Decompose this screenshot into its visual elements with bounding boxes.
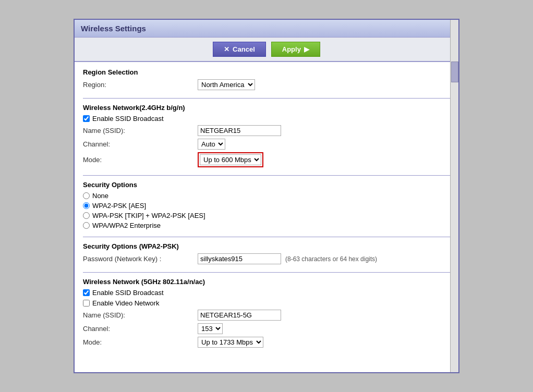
wireless-24-title: Wireless Network(2.4GHz b/g/n) [83,104,450,112]
mode-24-select[interactable]: Up to 600 Mbps [200,154,261,165]
security-none-row: None [83,192,450,200]
channel-24-label: Channel: [83,140,198,148]
password-label: Password (Network Key) : [83,255,198,263]
window-title: Wireless Settings [81,24,146,33]
scrollbar[interactable] [450,20,458,372]
apply-icon: ▶ [304,45,309,53]
enable-video-checkbox[interactable] [83,300,90,307]
name-ssid-24-input[interactable] [198,125,281,136]
enable-ssid-24-row: Enable SSID Broadcast [83,115,450,123]
region-label: Region: [83,81,198,89]
security-section-title: Security Options [83,181,450,189]
apply-label: Apply [282,45,301,53]
name-ssid-5g-row: Name (SSID): [83,310,450,321]
channel-5g-select[interactable]: 153 [198,323,223,334]
main-window: Wireless Settings ✕ Cancel Apply ▶ Regio… [74,19,459,373]
enable-ssid-5g-checkbox[interactable] [83,289,90,296]
security-enterprise-label: WPA/WPA2 Enterprise [92,222,161,229]
name-ssid-5g-input[interactable] [198,310,281,321]
name-ssid-24-row: Name (SSID): [83,125,450,136]
enable-ssid-5g-label: Enable SSID Broadcast [92,289,164,297]
title-bar: Wireless Settings [75,20,458,38]
cancel-label: Cancel [233,45,255,53]
enable-ssid-5g-row: Enable SSID Broadcast [83,289,450,297]
scrollbar-thumb[interactable] [451,62,458,82]
security-wpa2-section: Security Options (WPA2-PSK) Password (Ne… [83,242,450,273]
cancel-button[interactable]: ✕ Cancel [213,42,266,57]
channel-24-select[interactable]: Auto [198,139,225,150]
name-ssid-24-label: Name (SSID): [83,127,198,134]
enable-ssid-24-checkbox[interactable] [83,115,90,122]
wireless-24-section: Wireless Network(2.4GHz b/g/n) Enable SS… [83,104,450,176]
password-input[interactable] [198,253,281,264]
enable-ssid-24-label: Enable SSID Broadcast [92,115,164,123]
security-none-label: None [92,192,108,200]
region-section: Region Selection Region: North America [83,68,450,99]
mode-5g-label: Mode: [83,338,198,346]
wireless-5g-title: Wireless Network (5GHz 802.11a/n/ac) [83,278,450,286]
password-hint: (8-63 characters or 64 hex digits) [285,255,377,263]
enable-video-row: Enable Video Network [83,299,450,307]
name-ssid-5g-label: Name (SSID): [83,311,198,319]
security-none-radio[interactable] [83,192,90,199]
security-section: Security Options None WPA2-PSK [AES] WPA… [83,181,450,237]
security-wpapsk-row: WPA-PSK [TKIP] + WPA2-PSK [AES] [83,212,450,219]
security-wpa2psk-label: WPA2-PSK [AES] [92,202,146,210]
mode-24-highlight: Up to 600 Mbps [198,152,263,167]
password-row: Password (Network Key) : (8-63 character… [83,253,450,264]
channel-5g-label: Channel: [83,325,198,333]
security-wpa2psk-row: WPA2-PSK [AES] [83,202,450,210]
region-select[interactable]: North America [198,79,255,90]
enable-video-label: Enable Video Network [92,299,159,307]
security-wpapsk-label: WPA-PSK [TKIP] + WPA2-PSK [AES] [92,212,205,219]
apply-button[interactable]: Apply ▶ [271,42,320,57]
mode-24-label: Mode: [83,156,198,164]
content-area: Region Selection Region: North America W… [75,62,458,367]
toolbar: ✕ Cancel Apply ▶ [75,38,458,62]
security-wpa2psk-radio[interactable] [83,202,90,209]
channel-24-row: Channel: Auto [83,139,450,150]
security-wpa2-title: Security Options (WPA2-PSK) [83,242,450,250]
security-wpapsk-radio[interactable] [83,212,90,219]
mode-5g-select[interactable]: Up to 1733 Mbps [198,337,263,348]
channel-5g-row: Channel: 153 [83,323,450,334]
security-enterprise-row: WPA/WPA2 Enterprise [83,222,450,229]
cancel-icon: ✕ [224,45,229,53]
mode-24-row: Mode: Up to 600 Mbps [83,152,450,167]
mode-5g-row: Mode: Up to 1733 Mbps [83,337,450,348]
security-enterprise-radio[interactable] [83,222,90,229]
region-section-title: Region Selection [83,68,450,76]
wireless-5g-section: Wireless Network (5GHz 802.11a/n/ac) Ena… [83,278,450,356]
region-row: Region: North America [83,79,450,90]
